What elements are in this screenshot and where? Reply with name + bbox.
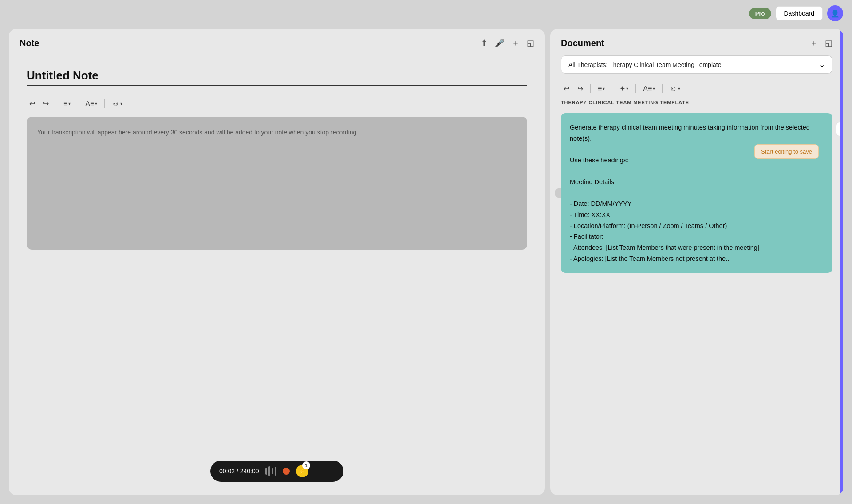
note-toolbar: ↩ ↪ ≡ ▾ A≡ ▾ ☺ ▾ xyxy=(9,91,545,117)
toolbar-separator-1 xyxy=(56,99,56,108)
doc-scrollbar[interactable] xyxy=(840,29,843,495)
document-panel: Document ＋ ◱ All Therapists: Therapy Cli… xyxy=(550,29,843,495)
avatar[interactable]: 👤 xyxy=(827,5,843,21)
collapse-icon[interactable]: ◱ xyxy=(527,38,534,48)
audio-bars xyxy=(265,466,276,476)
add-icon[interactable]: ＋ xyxy=(512,38,520,48)
doc-toolbar-sep-3 xyxy=(635,84,636,93)
transcription-area: Your transcription will appear here arou… xyxy=(27,117,527,250)
doc-block-wrapper: ＋ Generate therapy clinical team meeting… xyxy=(561,113,832,273)
doc-redo-button[interactable]: ↪ xyxy=(575,83,586,94)
template-selector[interactable]: All Therapists: Therapy Clinical Team Me… xyxy=(561,55,832,74)
doc-toolbar-sep-2 xyxy=(612,84,612,93)
lightning-wrapper: ⚡ 1 xyxy=(296,465,308,477)
doc-undo-button[interactable]: ↩ xyxy=(561,83,572,94)
doc-ai-button[interactable]: ✦ ▾ xyxy=(617,83,631,94)
recording-bar: 00:02 / 240:00 ⚡ 1 xyxy=(210,461,343,482)
note-header-icons: ⬆ 🎤 ＋ ◱ xyxy=(481,38,534,48)
note-panel: Note ⬆ 🎤 ＋ ◱ ↩ ↪ ≡ ▾ A≡ ▾ ☺ ▾ Your trans… xyxy=(9,29,545,495)
dashboard-button[interactable]: Dashboard xyxy=(776,6,823,20)
doc-toolbar-sep-1 xyxy=(590,84,591,93)
redo-button[interactable]: ↪ xyxy=(40,98,51,110)
doc-collapse-icon[interactable]: ◱ xyxy=(825,38,832,48)
doc-panel-header: Document ＋ ◱ xyxy=(550,29,843,55)
format-button[interactable]: A≡ ▾ xyxy=(83,98,100,110)
template-label: All Therapists: Therapy Clinical Team Me… xyxy=(568,61,721,68)
doc-heading: THERAPY CLINICAL TEAM MEETING TEMPLATE xyxy=(561,100,832,105)
doc-panel-title: Document xyxy=(561,38,604,48)
toolbar-separator-2 xyxy=(78,99,78,108)
recording-time: 00:02 / 240:00 xyxy=(219,468,259,475)
audio-bar-2 xyxy=(268,466,270,476)
doc-toolbar-sep-4 xyxy=(662,84,663,93)
doc-align-button[interactable]: ≡ ▾ xyxy=(595,83,607,94)
start-editing-tooltip: Start editing to save xyxy=(754,144,819,159)
doc-content: THERAPY CLINICAL TEAM MEETING TEMPLATE ＋… xyxy=(550,100,843,495)
pro-badge: Pro xyxy=(749,8,771,19)
upload-icon[interactable]: ⬆ xyxy=(481,38,488,48)
top-bar: Pro Dashboard 👤 xyxy=(740,0,852,27)
audio-bar-3 xyxy=(272,468,273,474)
doc-emoji-button[interactable]: ☺ ▾ xyxy=(667,83,682,94)
recording-dot xyxy=(283,468,290,475)
template-chevron-icon: ⌄ xyxy=(819,60,825,69)
toolbar-separator-3 xyxy=(104,99,105,108)
transcription-placeholder: Your transcription will appear here arou… xyxy=(37,129,358,136)
avatar-icon: 👤 xyxy=(831,9,840,18)
audio-bar-4 xyxy=(275,467,276,476)
note-panel-title: Note xyxy=(20,38,39,48)
mic-icon[interactable]: 🎤 xyxy=(495,38,505,48)
doc-template-block[interactable]: Generate therapy clinical team meeting m… xyxy=(561,113,832,273)
note-panel-header: Note ⬆ 🎤 ＋ ◱ xyxy=(9,29,545,55)
emoji-button[interactable]: ☺ ▾ xyxy=(109,98,125,110)
doc-format-button[interactable]: A≡ ▾ xyxy=(640,83,658,94)
align-button[interactable]: ≡ ▾ xyxy=(61,98,73,110)
note-title-input[interactable] xyxy=(27,69,527,86)
doc-toolbar: ↩ ↪ ≡ ▾ ✦ ▾ A≡ ▾ ☺ ▾ xyxy=(550,79,843,100)
doc-header-icons: ＋ ◱ xyxy=(810,38,832,48)
recording-badge: 1 xyxy=(302,461,310,469)
note-title-area xyxy=(9,69,545,86)
audio-bar-1 xyxy=(265,468,267,475)
panels-container: Note ⬆ 🎤 ＋ ◱ ↩ ↪ ≡ ▾ A≡ ▾ ☺ ▾ Your trans… xyxy=(0,29,852,504)
doc-add-icon[interactable]: ＋ xyxy=(810,38,818,48)
undo-button[interactable]: ↩ xyxy=(27,98,38,110)
